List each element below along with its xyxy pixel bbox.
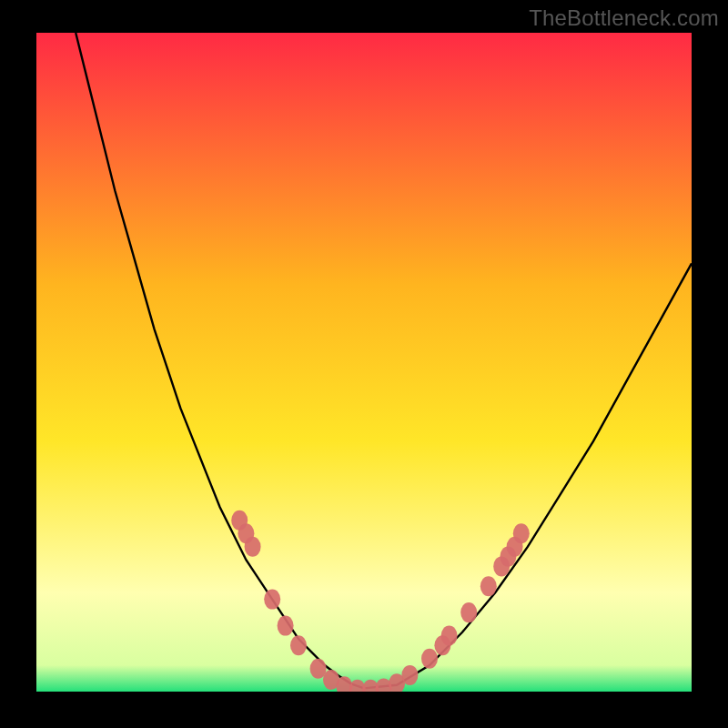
marker-point xyxy=(480,576,497,596)
marker-point xyxy=(513,523,530,543)
watermark-text: TheBottleneck.com xyxy=(529,5,719,31)
marker-point xyxy=(421,649,438,669)
gradient-background xyxy=(36,33,692,692)
plot-area xyxy=(36,33,692,692)
chart-frame: TheBottleneck.com xyxy=(0,0,728,728)
marker-point xyxy=(441,626,458,646)
marker-point xyxy=(245,537,261,557)
marker-point xyxy=(278,616,294,636)
chart-svg xyxy=(36,33,692,692)
marker-point xyxy=(264,590,280,610)
marker-point xyxy=(460,602,477,622)
marker-point xyxy=(401,665,418,685)
marker-point xyxy=(290,635,307,655)
